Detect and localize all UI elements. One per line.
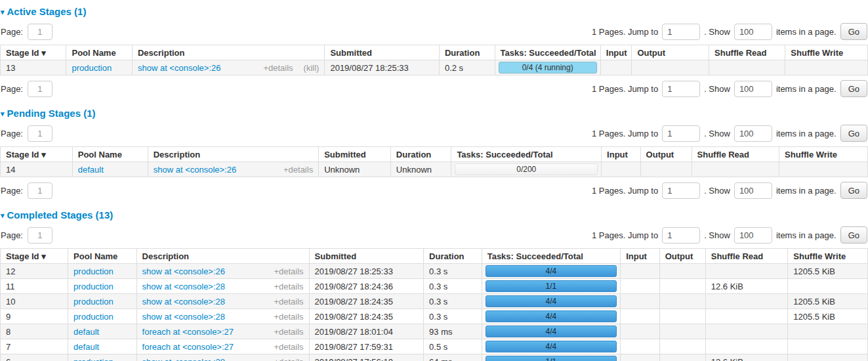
column-header-duration[interactable]: Duration: [390, 147, 451, 162]
pool-name-link[interactable]: production: [72, 63, 112, 73]
description-extras: +details(kill): [263, 63, 319, 73]
details-toggle[interactable]: +details: [283, 165, 313, 175]
column-header-shuffle-read[interactable]: Shuffle Read: [709, 45, 785, 60]
section-title: Active Stages (1): [7, 6, 87, 17]
details-toggle[interactable]: +details: [274, 297, 303, 307]
table-slot: Stage Id ▾Pool NameDescriptionSubmittedD…: [0, 146, 868, 177]
table-header-row: Stage Id ▾Pool NameDescriptionSubmittedD…: [1, 249, 868, 264]
description-extras: +details: [274, 342, 303, 352]
page-input[interactable]: [28, 125, 52, 142]
go-button[interactable]: Go: [840, 80, 867, 97]
page-input[interactable]: [28, 227, 52, 244]
show-count-input[interactable]: [734, 125, 772, 142]
cell-tasks: 0/200: [451, 162, 602, 177]
description-link[interactable]: show at <console>:28: [142, 282, 225, 291]
details-toggle[interactable]: +details: [274, 312, 303, 322]
pool-name-link[interactable]: default: [78, 165, 104, 175]
column-header-shuffle-read[interactable]: Shuffle Read: [692, 147, 779, 162]
description-extras: +details: [274, 312, 303, 322]
jump-to-input[interactable]: [662, 24, 700, 40]
section-header-completed-stages[interactable]: ▾Completed Stages (13): [1, 209, 868, 221]
cell-output: [659, 309, 705, 324]
jump-to-input[interactable]: [662, 182, 700, 199]
tasks-progress-bar: 4/4: [486, 310, 617, 322]
description-link[interactable]: show at <console>:26: [138, 63, 220, 73]
column-header-tasks-succeeded-total[interactable]: Tasks: Succeeded/Total: [495, 45, 600, 60]
pager-slot: Page:1 Pages. Jump to. Showitems in a pa…: [0, 177, 868, 203]
column-header-shuffle-write[interactable]: Shuffle Write: [788, 249, 868, 264]
column-header-pool-name[interactable]: Pool Name: [68, 249, 136, 264]
cell-stage-id: 8: [1, 324, 68, 339]
jump-to-input[interactable]: [662, 125, 700, 142]
column-header-description[interactable]: Description: [136, 249, 309, 264]
pool-name-link[interactable]: production: [73, 312, 114, 322]
section-header-pending-stages[interactable]: ▾Pending Stages (1): [1, 108, 868, 119]
column-header-submitted[interactable]: Submitted: [319, 147, 391, 162]
page-input[interactable]: [28, 81, 52, 97]
pool-name-link[interactable]: default: [73, 342, 99, 352]
description-link[interactable]: show at <console>:26: [154, 165, 236, 175]
details-toggle[interactable]: +details: [263, 63, 293, 73]
kill-link[interactable]: (kill): [304, 63, 320, 73]
column-header-shuffle-write[interactable]: Shuffle Write: [785, 45, 868, 60]
column-header-tasks-succeeded-total[interactable]: Tasks: Succeeded/Total: [482, 249, 621, 264]
column-header-description[interactable]: Description: [148, 147, 318, 162]
column-header-description[interactable]: Description: [132, 45, 324, 60]
cell-pool-name: default: [72, 162, 148, 177]
description-wrap: show at <console>:28+details: [142, 357, 304, 361]
cell-description: show at <console>:26+details: [136, 264, 309, 279]
pool-name-link[interactable]: default: [73, 327, 99, 337]
cell-output: [640, 162, 692, 177]
cell-pool-name: production: [66, 60, 132, 75]
show-count-input[interactable]: [734, 24, 772, 40]
page-input[interactable]: [28, 182, 52, 199]
column-header-output[interactable]: Output: [659, 249, 705, 264]
show-count-input[interactable]: [734, 227, 772, 244]
column-header-input[interactable]: Input: [600, 45, 632, 60]
jump-to-input[interactable]: [662, 81, 700, 97]
show-count-input[interactable]: [734, 182, 772, 199]
details-toggle[interactable]: +details: [274, 327, 303, 337]
column-header-input[interactable]: Input: [621, 249, 659, 264]
column-header-shuffle-write[interactable]: Shuffle Write: [779, 147, 868, 162]
column-header-shuffle-read[interactable]: Shuffle Read: [705, 249, 788, 264]
column-header-pool-name[interactable]: Pool Name: [72, 147, 148, 162]
table-row-stage-8: 8defaultforeach at <console>:27+details2…: [1, 324, 868, 339]
show-count-input[interactable]: [734, 81, 772, 97]
details-toggle[interactable]: +details: [274, 342, 303, 352]
details-toggle[interactable]: +details: [274, 282, 303, 291]
details-toggle[interactable]: +details: [274, 357, 303, 361]
jump-to-input[interactable]: [662, 227, 700, 244]
pool-name-link[interactable]: production: [73, 282, 114, 291]
go-button[interactable]: Go: [840, 23, 867, 40]
description-link[interactable]: foreach at <console>:27: [142, 327, 234, 337]
page-input[interactable]: [28, 24, 52, 40]
column-header-duration[interactable]: Duration: [439, 45, 495, 60]
description-link[interactable]: foreach at <console>:27: [142, 342, 234, 352]
column-header-submitted[interactable]: Submitted: [325, 45, 440, 60]
column-header-stage-id[interactable]: Stage Id ▾: [1, 147, 73, 162]
column-header-stage-id[interactable]: Stage Id ▾: [1, 45, 66, 60]
column-header-duration[interactable]: Duration: [424, 249, 482, 264]
details-toggle[interactable]: +details: [274, 266, 303, 276]
go-button[interactable]: Go: [840, 182, 867, 199]
description-link[interactable]: show at <console>:28: [142, 357, 225, 361]
column-header-pool-name[interactable]: Pool Name: [66, 45, 132, 60]
section-header-active-stages[interactable]: ▾Active Stages (1): [1, 6, 868, 17]
description-link[interactable]: show at <console>:28: [142, 312, 225, 322]
pool-name-link[interactable]: production: [73, 297, 114, 307]
description-link[interactable]: show at <console>:26: [142, 266, 225, 276]
description-extras: +details: [274, 357, 303, 361]
pool-name-link[interactable]: production: [73, 357, 114, 361]
go-button[interactable]: Go: [840, 226, 867, 244]
column-header-stage-id[interactable]: Stage Id ▾: [1, 249, 68, 264]
column-header-input[interactable]: Input: [602, 147, 640, 162]
column-header-output[interactable]: Output: [632, 45, 709, 60]
cell-output: [659, 339, 705, 354]
column-header-tasks-succeeded-total[interactable]: Tasks: Succeeded/Total: [451, 147, 602, 162]
column-header-submitted[interactable]: Submitted: [309, 249, 424, 264]
column-header-output[interactable]: Output: [640, 147, 692, 162]
go-button[interactable]: Go: [840, 125, 867, 142]
description-link[interactable]: show at <console>:28: [142, 297, 225, 307]
pool-name-link[interactable]: production: [73, 266, 114, 276]
